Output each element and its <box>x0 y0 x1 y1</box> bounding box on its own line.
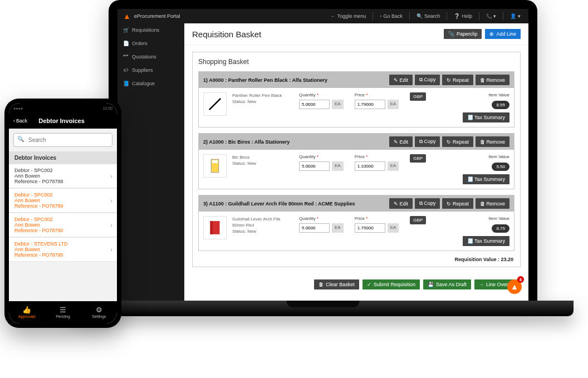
add-line-button[interactable]: ⊕ Add Line <box>485 29 521 39</box>
nav-pending[interactable]: ☰Pending <box>45 301 81 323</box>
save-as-draft-button[interactable]: 💾 Save As Draft <box>423 279 471 289</box>
edit-button[interactable]: ✎ Edit <box>389 198 413 209</box>
repeat-button[interactable]: ↻ Repeat <box>442 136 473 147</box>
remove-button[interactable]: 🗑 Remove <box>476 198 509 209</box>
chevron-right-icon: › <box>110 173 112 179</box>
copy-button[interactable]: ⧉ Copy <box>415 75 440 85</box>
sidebar-item-requisitions[interactable]: 🛒Requisitions <box>117 23 184 37</box>
item-value-label: Item Value <box>488 92 509 97</box>
chevron-right-icon: › <box>110 246 112 253</box>
price-label: Price * <box>355 92 399 97</box>
fab-badge: 8 <box>517 276 524 283</box>
search-button[interactable]: 🔍 Search <box>414 12 443 20</box>
copy-button[interactable]: ⧉ Copy <box>415 198 440 209</box>
basket-heading: Shopping Basket <box>198 58 514 66</box>
nav-settings[interactable]: ⚙Settings <box>81 301 117 323</box>
quote-icon: ❝❞ <box>123 54 129 60</box>
edit-button[interactable]: ✎ Edit <box>389 75 413 85</box>
phone-search-input[interactable] <box>13 133 112 147</box>
price-label: Price * <box>355 154 399 159</box>
invoice-row[interactable]: Debtor - SPC002Ann BowenReference - PO78… <box>9 213 117 237</box>
invoice-row[interactable]: Debtor - STEVENS LTDAnn BowenReference -… <box>9 237 117 262</box>
price-input[interactable] <box>355 161 385 171</box>
remove-button[interactable]: 🗑 Remove <box>476 75 509 85</box>
copy-button[interactable]: ⧉ Copy <box>415 136 440 147</box>
gear-icon: ⚙ <box>96 306 102 313</box>
svg-line-0 <box>209 99 220 110</box>
item-value: 5.50 <box>492 163 509 171</box>
item-meta: Bic BirosStatus: New <box>232 154 293 184</box>
item-value: 8.95 <box>492 101 509 109</box>
app-name: eProcurement Portal <box>134 13 180 19</box>
unit-badge: EA <box>388 100 399 109</box>
currency-badge: GBP <box>410 154 426 163</box>
sidebar-item-suppliers[interactable]: 🏷Suppliers <box>117 63 184 77</box>
quantity-label: Quantity * <box>299 216 344 221</box>
phone-title: Debtor Invoices <box>38 117 85 124</box>
logo-icon: ▲ <box>123 12 131 21</box>
item-title: 1) A0000 : Panther Roller Pen Black : Al… <box>203 77 327 83</box>
submit-requisition-button[interactable]: ✓ Submit Requisition <box>362 279 420 289</box>
item-meta: Guildhall Lever Arch File 80mm RedStatus… <box>232 216 293 246</box>
tag-icon: 🏷 <box>123 67 129 73</box>
price-input[interactable] <box>355 223 385 233</box>
item-value: 8.75 <box>492 224 509 233</box>
phone-back-button[interactable]: ‹ Back <box>13 118 27 124</box>
remove-button[interactable]: 🗑 Remove <box>476 136 509 147</box>
requisition-value: Requisition Value : 23.20 <box>198 257 514 262</box>
phone-menu[interactable]: 📞 ▾ <box>484 12 499 20</box>
edit-button[interactable]: ✎ Edit <box>389 136 413 147</box>
quantity-input[interactable] <box>299 223 330 233</box>
unit-badge: EA <box>332 100 344 109</box>
page-title: Requisition Basket <box>192 30 261 39</box>
sidebar-item-quotations[interactable]: ❝❞Quotations <box>117 50 184 63</box>
thumbs-up-icon: 👍 <box>22 306 31 313</box>
invoice-row[interactable]: Debtor - SPC002Ann BowenReference - PO78… <box>9 188 117 213</box>
unit-badge: EA <box>388 223 399 233</box>
quantity-label: Quantity * <box>299 154 344 159</box>
currency-badge: GBP <box>410 216 426 224</box>
chevron-right-icon: › <box>110 197 112 204</box>
nav-approvals[interactable]: 👍Approvals <box>9 301 45 323</box>
sidebar-item-orders[interactable]: 📄Orders <box>117 37 184 50</box>
tax-summary-button[interactable]: 🧾 Tax Summary <box>463 112 509 122</box>
sidebar: 🛒Requisitions 📄Orders ❝❞Quotations 🏷Supp… <box>117 23 184 301</box>
price-input[interactable] <box>355 100 385 109</box>
toggle-menu-button[interactable]: ← Toggle menu <box>329 12 369 20</box>
quantity-input[interactable] <box>299 100 330 109</box>
fab-button[interactable]: ▲8 <box>507 279 522 294</box>
top-bar: ▲ eProcurement Portal ← Toggle menu ‹ Go… <box>117 9 528 23</box>
repeat-button[interactable]: ↻ Repeat <box>442 198 473 209</box>
tax-summary-button[interactable]: 🧾 Tax Summary <box>463 174 509 184</box>
item-thumbnail <box>203 154 227 178</box>
repeat-button[interactable]: ↻ Repeat <box>442 75 473 85</box>
unit-badge: EA <box>332 161 344 171</box>
tax-summary-button[interactable]: 🧾 Tax Summary <box>463 236 509 246</box>
item-thumbnail <box>203 92 227 116</box>
invoice-row[interactable]: Debtor - SPC002Ann BowenReference - PO78… <box>9 164 117 188</box>
basket-item: 3) A1100 : Guildhall Lever Arch File 80m… <box>198 195 514 251</box>
quantity-input[interactable] <box>299 161 330 171</box>
item-title: 2) A1000 : Bic Biros : Alfa Stationery <box>203 139 290 145</box>
help-button[interactable]: ❔ Help <box>452 12 474 20</box>
currency-badge: GBP <box>410 92 426 101</box>
go-back-button[interactable]: ‹ Go Back <box>378 12 405 20</box>
chevron-right-icon: › <box>110 222 112 228</box>
list-icon: ☰ <box>60 306 66 313</box>
book-icon: 📘 <box>123 81 129 86</box>
item-thumbnail <box>203 216 227 239</box>
basket-item: 1) A0000 : Panther Roller Pen Black : Al… <box>198 71 514 127</box>
user-menu[interactable]: 👤 ▾ <box>508 12 523 20</box>
sidebar-item-catalogue[interactable]: 📘Catalogue <box>117 77 184 90</box>
item-value-label: Item Value <box>488 216 509 221</box>
paperclip-button[interactable]: 📎 Paperclip <box>444 29 482 39</box>
item-title: 3) A1100 : Guildhall Lever Arch File 80m… <box>203 201 355 207</box>
cart-icon: 🛒 <box>123 27 129 33</box>
quantity-label: Quantity * <box>299 92 344 97</box>
price-label: Price * <box>355 216 399 221</box>
item-meta: Panther Roller Pen BlackStatus: New <box>232 92 293 122</box>
clear-basket-button[interactable]: 🗑 Clear Basket <box>314 279 359 289</box>
basket-item: 2) A1000 : Bic Biros : Alfa Stationery ✎… <box>198 133 514 189</box>
phone-section-header: Debtor Invoices <box>9 151 117 164</box>
svg-rect-4 <box>210 221 213 234</box>
